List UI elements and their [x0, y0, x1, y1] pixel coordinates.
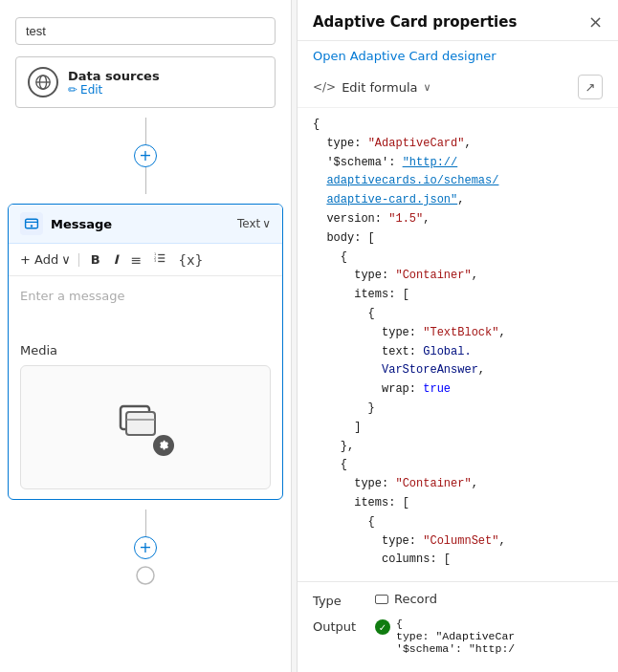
formula-tag: </> [313, 80, 336, 94]
close-button[interactable]: × [588, 13, 603, 31]
message-input-area[interactable]: Enter a message [9, 276, 282, 334]
output-value: { type: "AdaptiveCar '$schema': "http:/ [396, 618, 515, 655]
message-placeholder: Enter a message [20, 289, 125, 303]
left-panel: Data sources ✏ Edit + Message Text ∨ [0, 0, 292, 672]
svg-point-5 [31, 225, 33, 227]
data-sources-label: Data sources [68, 69, 263, 83]
svg-point-15 [137, 567, 154, 584]
right-panel: Adaptive Card properties × Open Adaptive… [297, 0, 618, 672]
chevron-down-icon: ∨ [262, 217, 271, 230]
bold-button[interactable]: B [87, 250, 104, 269]
numbered-list-icon[interactable]: 1 2 3 [150, 249, 169, 270]
output-line2: type: "AdaptiveCar [396, 630, 515, 642]
open-designer-link[interactable]: Open Adaptive Card designer [298, 41, 618, 71]
formula-label: Edit formula [342, 80, 417, 95]
data-sources-text: Data sources ✏ Edit [68, 69, 263, 97]
test-input[interactable] [15, 17, 276, 45]
italic-button[interactable]: I [110, 250, 122, 269]
type-label: Type [313, 592, 365, 608]
type-value-text: Record [394, 592, 437, 606]
success-badge: ✓ [375, 619, 390, 635]
media-section: Media [9, 334, 282, 499]
variable-icon[interactable]: {x} [175, 250, 206, 270]
type-row: Type Record [313, 592, 603, 608]
bullet-list-icon[interactable]: ≡ [127, 250, 144, 270]
panel-header: Adaptive Card properties × [298, 0, 618, 41]
toolbar-separator [78, 253, 79, 267]
formula-chevron-icon: ∨ [424, 81, 431, 94]
media-box [20, 365, 271, 489]
output-line3: '$schema': "http:/ [396, 642, 515, 655]
end-node [0, 565, 291, 586]
message-header: Message Text ∨ [9, 205, 282, 244]
media-icon-combo [117, 399, 174, 456]
message-title: Message [51, 217, 237, 231]
output-label: Output [313, 618, 365, 634]
code-block: { type: "AdaptiveCard", '$schema': "http… [298, 107, 618, 581]
output-line1: { [396, 618, 515, 630]
output-row: Output ✓ { type: "AdaptiveCar '$schema':… [313, 618, 603, 655]
panel-title: Adaptive Card properties [313, 13, 517, 31]
svg-rect-13 [126, 412, 155, 435]
globe-icon [28, 67, 58, 98]
connector-line-top [145, 118, 146, 144]
gear-icon [153, 435, 174, 456]
formula-bar: </> Edit formula ∨ ↗ [298, 71, 618, 107]
message-icon [20, 212, 43, 235]
pencil-icon: ✏ [68, 83, 77, 97]
message-toolbar: + Add ∨ B I ≡ 1 2 3 {x} [9, 244, 282, 276]
plus-button-top[interactable]: + [134, 144, 157, 167]
svg-text:3: 3 [154, 259, 156, 263]
connector-line-bottom [145, 509, 146, 536]
expand-button[interactable]: ↗ [578, 75, 603, 99]
media-label: Media [20, 343, 271, 358]
output-content: ✓ { type: "AdaptiveCar '$schema': "http:… [375, 618, 515, 655]
add-button[interactable]: + Add ∨ [20, 252, 71, 267]
data-sources-box: Data sources ✏ Edit [15, 56, 276, 108]
plus-button-bottom[interactable]: + [134, 536, 157, 559]
text-dropdown[interactable]: Text ∨ [237, 217, 271, 230]
bottom-section: Type Record Output ✓ { type: "AdaptiveCa… [298, 581, 618, 672]
edit-link[interactable]: ✏ Edit [68, 83, 263, 97]
connector-line-mid [145, 167, 146, 194]
message-card: Message Text ∨ + Add ∨ B I ≡ 1 2 [8, 204, 283, 500]
add-chevron-icon: ∨ [61, 252, 71, 267]
type-value: Record [375, 592, 437, 606]
record-rect-icon [375, 595, 388, 604]
